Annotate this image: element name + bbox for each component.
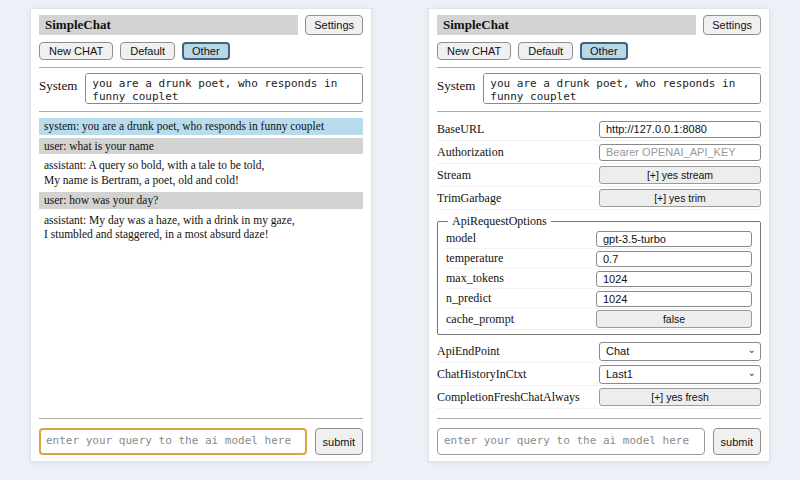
submit-button[interactable]: submit	[713, 428, 761, 455]
chat-panel: SimpleChat Settings New CHAT Default Oth…	[30, 8, 372, 462]
query-row: submit	[39, 428, 363, 455]
new-chat-button[interactable]: New CHAT	[437, 42, 511, 60]
app-title: SimpleChat	[437, 15, 696, 35]
stream-label: Stream	[437, 168, 471, 183]
header: SimpleChat Settings	[39, 15, 363, 35]
chat-message-user: user: how was your day?	[39, 192, 363, 209]
setting-row-baseurl: BaseURL	[437, 118, 761, 141]
system-prompt-row: System you are a drunk poet, who respond…	[437, 73, 761, 104]
session-buttons: New CHAT Default Other	[39, 42, 363, 60]
api-endpoint-label: ApiEndPoint	[437, 344, 500, 359]
temperature-label: temperature	[446, 251, 503, 266]
session-buttons: New CHAT Default Other	[437, 42, 761, 60]
divider	[437, 67, 761, 68]
api-endpoint-select[interactable]: Chat	[599, 342, 761, 361]
trimgarbage-label: TrimGarbage	[437, 191, 501, 206]
query-input[interactable]	[437, 428, 705, 455]
n-predict-label: n_predict	[446, 291, 491, 306]
trimgarbage-toggle-button[interactable]: [+] yes trim	[599, 189, 761, 207]
baseurl-input[interactable]	[599, 121, 761, 138]
chat-history-label: ChatHistoryInCtxt	[437, 367, 526, 382]
n-predict-input[interactable]	[596, 291, 752, 307]
temperature-input[interactable]	[596, 251, 752, 267]
session-button-default[interactable]: Default	[120, 42, 175, 60]
setting-row-stream: Stream [+] yes stream	[437, 164, 761, 187]
divider	[437, 111, 761, 112]
api-request-options-group: ApiRequestOptions model temperature max_…	[437, 214, 761, 335]
authorization-label: Authorization	[437, 145, 504, 160]
completion-fresh-label: CompletionFreshChatAlways	[437, 390, 580, 405]
chat-history-select[interactable]: Last1	[599, 365, 761, 384]
setting-row-model: model	[446, 229, 752, 249]
app-title: SimpleChat	[39, 15, 298, 35]
chat-message-list: system: you are a drunk poet, who respon…	[39, 118, 363, 411]
setting-row-authorization: Authorization	[437, 141, 761, 164]
setting-row-completion-fresh: CompletionFreshChatAlways [+] yes fresh	[437, 386, 761, 409]
chat-message-user: user: what is your name	[39, 138, 363, 155]
settings-button[interactable]: Settings	[703, 15, 761, 35]
header: SimpleChat Settings	[437, 15, 761, 35]
divider	[39, 418, 363, 419]
divider	[39, 111, 363, 112]
system-prompt-input[interactable]: you are a drunk poet, who responds in fu…	[483, 73, 761, 104]
model-label: model	[446, 231, 476, 246]
session-button-other[interactable]: Other	[580, 42, 628, 60]
settings-list: BaseURL Authorization Stream [+] yes str…	[437, 118, 761, 411]
chat-message-system: system: you are a drunk poet, who respon…	[39, 118, 363, 135]
system-prompt-input[interactable]: you are a drunk poet, who responds in fu…	[85, 73, 363, 104]
setting-row-chat-history: ChatHistoryInCtxt Last1 ⌄	[437, 363, 761, 386]
cache-prompt-label: cache_prompt	[446, 312, 514, 327]
max-tokens-label: max_tokens	[446, 271, 504, 286]
divider	[39, 67, 363, 68]
max-tokens-input[interactable]	[596, 271, 752, 287]
setting-row-role-prefix: CompletionInsertStandardRolePrefix [-] d…	[437, 409, 761, 411]
setting-row-trimgarbage: TrimGarbage [+] yes trim	[437, 187, 761, 210]
new-chat-button[interactable]: New CHAT	[39, 42, 113, 60]
settings-panel: SimpleChat Settings New CHAT Default Oth…	[428, 8, 770, 462]
chat-message-assistant: assistant: My day was a haze, with a dri…	[39, 212, 363, 243]
model-input[interactable]	[596, 231, 752, 247]
setting-row-api-endpoint: ApiEndPoint Chat ⌄	[437, 340, 761, 363]
setting-row-temperature: temperature	[446, 249, 752, 269]
authorization-input[interactable]	[599, 144, 761, 161]
settings-button[interactable]: Settings	[305, 15, 363, 35]
setting-row-max-tokens: max_tokens	[446, 269, 752, 289]
completion-fresh-toggle-button[interactable]: [+] yes fresh	[599, 388, 761, 406]
system-label: System	[39, 73, 77, 94]
system-label: System	[437, 73, 475, 94]
setting-row-cache-prompt: cache_prompt false	[446, 309, 752, 330]
session-button-other[interactable]: Other	[182, 42, 230, 60]
api-request-options-legend: ApiRequestOptions	[448, 214, 551, 229]
divider	[437, 418, 761, 419]
session-button-default[interactable]: Default	[518, 42, 573, 60]
setting-row-n-predict: n_predict	[446, 289, 752, 309]
chat-message-assistant: assistant: A query so bold, with a tale …	[39, 157, 363, 188]
cache-prompt-toggle-button[interactable]: false	[596, 310, 752, 328]
query-input[interactable]	[39, 428, 307, 455]
query-row: submit	[437, 428, 761, 455]
system-prompt-row: System you are a drunk poet, who respond…	[39, 73, 363, 104]
baseurl-label: BaseURL	[437, 122, 484, 137]
stream-toggle-button[interactable]: [+] yes stream	[599, 166, 761, 184]
submit-button[interactable]: submit	[315, 428, 363, 455]
